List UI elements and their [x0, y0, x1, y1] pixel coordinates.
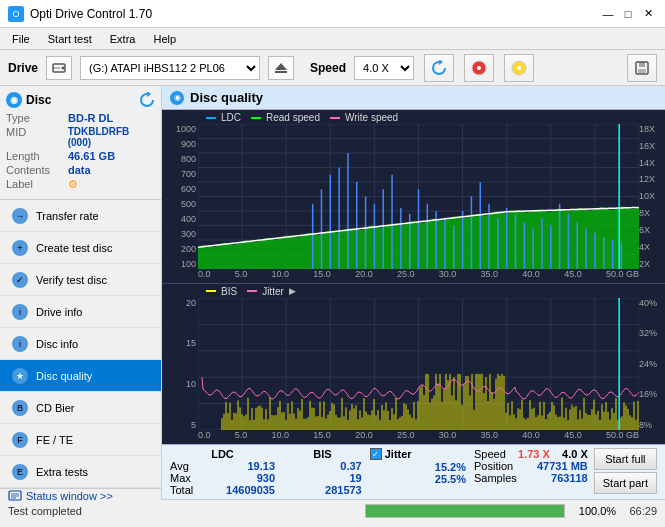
time-label: 66:29 [629, 505, 657, 517]
ldc-column: LDC Avg 19.13 Max 930 Total 14609035 [170, 448, 275, 496]
window-controls: — □ ✕ [599, 5, 657, 23]
avg-label: Avg [170, 460, 189, 472]
svg-rect-10 [639, 62, 645, 67]
eject-button[interactable] [268, 56, 294, 80]
legend-read-speed: Read speed [251, 112, 320, 123]
verify-test-disc-icon: ✓ [12, 272, 28, 288]
ldc-avg-val: 19.13 [247, 460, 275, 472]
main-layout: ◉ Disc Type BD-R DL MID TDKBLDRFB (000) … [0, 86, 665, 499]
content-header: ◉ Disc quality [162, 86, 665, 110]
disc-button-red[interactable] [464, 54, 494, 82]
status-text: Test completed [8, 505, 357, 517]
transfer-rate-icon: → [12, 208, 28, 224]
progress-bar-fill [366, 505, 564, 517]
fe-te-icon: F [12, 432, 28, 448]
type-key: Type [6, 112, 68, 124]
status-window-icon [8, 489, 22, 503]
bis-total-val: 281573 [325, 484, 362, 496]
content-area: ◉ Disc quality LDC Read speed [162, 86, 665, 499]
sidebar-item-transfer-rate[interactable]: → Transfer rate [0, 200, 161, 232]
bottom-chart: BIS Jitter ▶ 20 15 10 5 [162, 284, 665, 444]
charts-area: LDC Read speed Write speed 1000 [162, 110, 665, 444]
svg-point-8 [517, 66, 521, 70]
yaxis-bottom-right: 40% 32% 24% 16% 8% [639, 298, 665, 430]
menu-help[interactable]: Help [145, 31, 184, 47]
disc-refresh-icon[interactable] [139, 92, 155, 108]
samples-val: 763118 [551, 472, 588, 484]
sidebar-item-disc-info[interactable]: i Disc info [0, 328, 161, 360]
speed-row: Speed 1.73 X 4.0 X [474, 448, 588, 460]
sidebar-item-cd-bier[interactable]: B CD Bier [0, 392, 161, 424]
menu-file[interactable]: File [4, 31, 38, 47]
sidebar-item-drive-info[interactable]: i Drive info [0, 296, 161, 328]
length-key: Length [6, 150, 68, 162]
speed-max-val: 4.0 X [562, 448, 588, 460]
sidebar-item-fe-te[interactable]: F FE / TE [0, 424, 161, 456]
yaxis-top-left: 1000 900 800 700 600 500 400 300 200 100 [162, 124, 198, 269]
mid-val: TDKBLDRFB (000) [68, 126, 155, 148]
ldc-header: LDC [170, 448, 275, 460]
jitter-label: Jitter [385, 448, 412, 460]
drive-icon-btn[interactable] [46, 56, 72, 80]
jitter-header-row: ✓ Jitter [370, 448, 466, 460]
status-window-label: Status window >> [26, 490, 113, 502]
yaxis-bottom-left: 20 15 10 5 [162, 298, 198, 430]
titlebar: O Opti Drive Control 1.70 — □ ✕ [0, 0, 665, 28]
start-full-button[interactable]: Start full [594, 448, 657, 470]
cd-bier-icon: B [12, 400, 28, 416]
speed-select[interactable]: 4.0 X [354, 56, 414, 80]
ldc-max-val: 930 [257, 472, 275, 484]
position-label: Position [474, 460, 513, 472]
svg-rect-12 [9, 491, 21, 500]
sidebar: ◉ Disc Type BD-R DL MID TDKBLDRFB (000) … [0, 86, 162, 499]
refresh-button[interactable] [424, 54, 454, 82]
sidebar-item-extra-tests[interactable]: E Extra tests [0, 456, 161, 488]
bis-avg-row: 0.37 [283, 460, 362, 472]
jitter-max-val: 25.5% [435, 473, 466, 485]
menu-starttest[interactable]: Start test [40, 31, 100, 47]
max-label: Max [170, 472, 191, 484]
content-title: Disc quality [190, 90, 263, 105]
disc-section-icon: ◉ [6, 92, 22, 108]
sidebar-item-disc-quality[interactable]: ★ Disc quality [0, 360, 161, 392]
maximize-button[interactable]: □ [619, 5, 637, 23]
ldc-max-row: Max 930 [170, 472, 275, 484]
legend-ldc: LDC [206, 112, 241, 123]
sidebar-item-create-test-disc[interactable]: + Create test disc [0, 232, 161, 264]
ldc-avg-row: Avg 19.13 [170, 460, 275, 472]
disc-button-yellow[interactable] [504, 54, 534, 82]
legend-bis: BIS [206, 286, 237, 297]
menubar: File Start test Extra Help [0, 28, 665, 50]
jitter-max-row: 25.5% [370, 473, 466, 485]
bis-column: BIS 0.37 19 281573 [283, 448, 362, 496]
progress-bar [365, 504, 565, 518]
start-part-button[interactable]: Start part [594, 472, 657, 494]
label-icon: ⚙ [68, 178, 78, 191]
close-button[interactable]: ✕ [639, 5, 657, 23]
ldc-total-row: Total 14609035 [170, 484, 275, 496]
save-button[interactable] [627, 54, 657, 82]
jitter-avg-val: 15.2% [435, 461, 466, 473]
disc-quality-icon: ★ [12, 368, 28, 384]
svg-rect-11 [638, 69, 646, 73]
jitter-column: ✓ Jitter 15.2% 25.5% [370, 448, 466, 496]
xaxis-bottom: 0.0 5.0 10.0 15.0 20.0 25.0 30.0 35.0 40… [198, 430, 639, 444]
bis-max-row: 19 [283, 472, 362, 484]
svg-rect-4 [275, 71, 287, 73]
minimize-button[interactable]: — [599, 5, 617, 23]
drive-info-icon: i [12, 304, 28, 320]
total-label: Total [170, 484, 193, 496]
disc-info-icon: i [12, 336, 28, 352]
type-val: BD-R DL [68, 112, 113, 124]
status-window-button[interactable]: Status window >> [0, 488, 161, 503]
contents-key: Contents [6, 164, 68, 176]
app-title: Opti Drive Control 1.70 [30, 7, 152, 21]
ldc-total-val: 14609035 [226, 484, 275, 496]
speed-position-column: Speed 1.73 X 4.0 X Position 47731 MB Sam… [474, 448, 588, 496]
menu-extra[interactable]: Extra [102, 31, 144, 47]
svg-point-1 [62, 66, 65, 69]
sidebar-nav: → Transfer rate + Create test disc ✓ Ver… [0, 200, 161, 488]
jitter-checkbox[interactable]: ✓ [370, 448, 382, 460]
sidebar-item-verify-test-disc[interactable]: ✓ Verify test disc [0, 264, 161, 296]
drive-select[interactable]: (G:) ATAPI iHBS112 2 PL06 [80, 56, 260, 80]
